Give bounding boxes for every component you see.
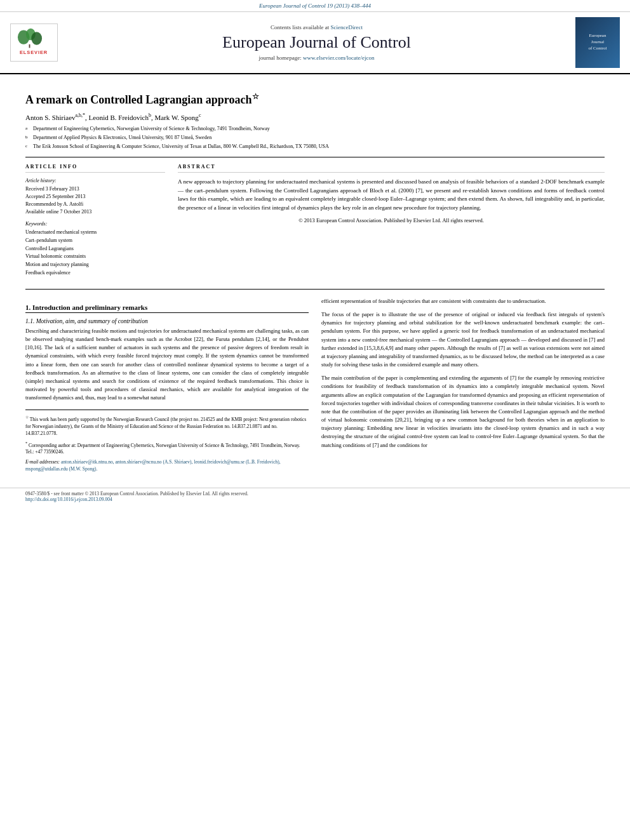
article-info-label: ARTICLE INFO <box>25 164 165 173</box>
article-title: A remark on Controlled Lagrangian approa… <box>25 92 605 107</box>
header-left: ELSEVIER <box>10 23 58 62</box>
history-label: Article history: <box>25 178 165 183</box>
abstract-label: ABSTRACT <box>178 164 605 173</box>
article-meta-row: ARTICLE INFO Article history: Received 3… <box>25 157 605 290</box>
author3-sup: c <box>199 112 201 118</box>
right-body-p3: The main contribution of the paper is co… <box>321 375 605 448</box>
keyword-2: Cart–pendulum system <box>25 237 165 245</box>
abstract-text: A new approach to trajectory planning fo… <box>178 178 605 212</box>
article-info: ARTICLE INFO Article history: Received 3… <box>25 164 165 283</box>
journal-citation-bar: European Journal of Control 19 (2013) 43… <box>0 0 630 12</box>
body-right-column: efficient representation of feasible tra… <box>321 297 605 475</box>
keyword-6: Feedback equivalence <box>25 269 165 277</box>
homepage-link[interactable]: www.elsevier.com/locate/ejcon <box>303 55 374 61</box>
author3-name: , Mark W. Spong <box>151 114 199 121</box>
email-label: E-mail addresses: <box>25 459 60 465</box>
journal-badge-content: European Journal of Control <box>589 33 607 51</box>
keyword-5: Motion and trajectory planning <box>25 261 165 269</box>
right-body-p1: efficient representation of feasible tra… <box>321 298 546 304</box>
star-footnote-icon: ☆ <box>252 92 259 101</box>
journal-homepage: journal homepage: www.elsevier.com/locat… <box>70 55 563 61</box>
footnote-2: * Corresponding author at: Department of… <box>25 440 309 456</box>
contents-text: Contents lists available at <box>271 24 329 30</box>
doi-text: http://dx.doi.org/10.1016/j.ejcon.2013.0… <box>25 497 112 502</box>
keywords-group: Keywords: Underactuated mechanical syste… <box>25 221 165 277</box>
author1-name: Anton S. Shiriaev <box>25 114 76 121</box>
elsevier-logo: ELSEVIER <box>10 23 58 62</box>
authors-line: Anton S. Shiriaeva,b,*, Leonid B. Freido… <box>25 112 605 121</box>
author1-sup: a,b,* <box>76 112 86 118</box>
subsection1-heading: 1.1. Motivation, aim, and summary of con… <box>25 318 309 324</box>
footnote-2-text: Corresponding author at: Department of E… <box>25 442 300 455</box>
recommended-by: Recommended by A. Astolfi <box>25 201 165 208</box>
affil-c: c The Erik Jonsson School of Engineering… <box>25 143 605 150</box>
svg-text:ELSEVIER: ELSEVIER <box>20 50 48 55</box>
journal-badge: European Journal of Control <box>575 17 620 68</box>
right-body-p2: The focus of the paper is to illustrate … <box>321 311 605 368</box>
footnote-area: ☆ This work has been partly supported by… <box>25 410 309 472</box>
journal-citation: European Journal of Control 19 (2013) 43… <box>259 3 371 9</box>
affil-c-sup: c <box>25 143 33 150</box>
bottom-bar: 0947-3580/$ - see front matter © 2013 Eu… <box>0 488 630 505</box>
badge-line3: of Control <box>589 46 607 52</box>
affil-b: b Department of Applied Physics & Electr… <box>25 134 605 142</box>
footnote-1-sup: ☆ <box>25 415 29 419</box>
article-content: A remark on Controlled Lagrangian approa… <box>0 74 630 483</box>
article-history-group: Article history: Received 3 February 201… <box>25 178 165 216</box>
affil-b-text: Department of Applied Physics & Electron… <box>33 134 211 142</box>
issn-line: 0947-3580/$ - see front matter © 2013 Eu… <box>25 491 605 497</box>
badge-line2: Journal <box>589 39 607 46</box>
right-col-text2: The focus of the paper is to illustrate … <box>321 310 605 369</box>
footnote-1: ☆ This work has been partly supported by… <box>25 414 309 437</box>
article-abstract: ABSTRACT A new approach to trajectory pl… <box>178 164 605 283</box>
keywords-label: Keywords: <box>25 221 165 227</box>
svg-point-7 <box>31 32 42 44</box>
section1-heading: 1. Introduction and preliminary remarks <box>25 303 309 313</box>
left-col-text1: Describing and characterizing feasible m… <box>25 327 309 403</box>
contents-line: Contents lists available at ScienceDirec… <box>70 24 563 30</box>
affil-a-sup: a <box>25 125 33 132</box>
keyword-3: Controlled Lagrangians <box>25 245 165 253</box>
right-col-text3: The main contribution of the paper is co… <box>321 374 605 450</box>
homepage-label: journal homepage: <box>259 55 302 61</box>
keyword-4: Virtual holonomic constraints <box>25 253 165 261</box>
right-col-text1: efficient representation of feasible tra… <box>321 297 605 305</box>
copyright-notice: © 2013 European Control Association. Pub… <box>178 217 605 223</box>
affiliations: a Department of Engineering Cybernetics,… <box>25 125 605 150</box>
author2-name: , Leonid B. Freidovich <box>85 114 149 121</box>
keyword-1: Underactuated mechanical systems <box>25 229 165 237</box>
email-addresses: anton.shiriaev@itk.ntnu.no, anton.shiria… <box>25 459 281 472</box>
footnote-2-sup: * <box>25 441 27 445</box>
footnote-1-text: This work has been partly supported by t… <box>25 417 306 437</box>
footnote-emails: E-mail addresses: anton.shiriaev@itk.ntn… <box>25 458 309 473</box>
journal-header: ELSEVIER Contents lists available at Sci… <box>0 12 630 74</box>
badge-line1: European <box>589 33 607 39</box>
elsevier-logo-svg: ELSEVIER <box>10 25 58 60</box>
affil-a-text: Department of Engineering Cybernetics, N… <box>33 125 270 133</box>
affil-b-sup: b <box>25 134 33 141</box>
header-center: Contents lists available at ScienceDirec… <box>58 24 575 61</box>
sciencedirect-link[interactable]: ScienceDirect <box>331 24 363 30</box>
affil-c-text: The Erik Jonsson School of Engineering &… <box>33 143 329 150</box>
body-columns: 1. Introduction and preliminary remarks … <box>25 297 605 475</box>
available-online: Available online 7 October 2013 <box>25 208 165 216</box>
body-left-column: 1. Introduction and preliminary remarks … <box>25 297 309 475</box>
affil-a: a Department of Engineering Cybernetics,… <box>25 125 605 133</box>
doi-line[interactable]: http://dx.doi.org/10.1016/j.ejcon.2013.0… <box>25 497 605 502</box>
accepted-date: Accepted 25 September 2013 <box>25 193 165 201</box>
journal-title: European Journal of Control <box>70 33 563 52</box>
left-body-paragraph: Describing and characterizing feasible m… <box>25 328 309 401</box>
article-title-text: A remark on Controlled Lagrangian approa… <box>25 93 252 106</box>
received-date: Received 3 February 2013 <box>25 185 165 193</box>
